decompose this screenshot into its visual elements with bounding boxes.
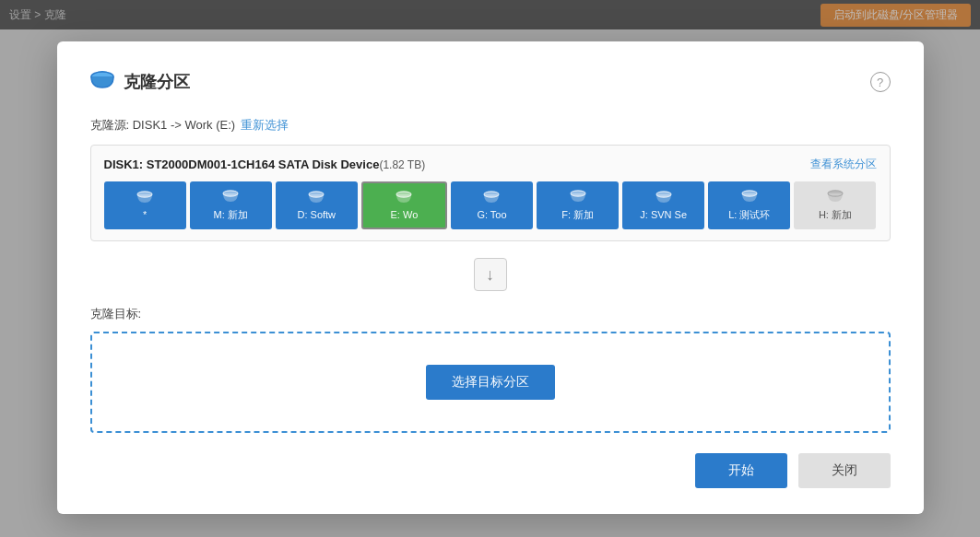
dialog-title: 克隆分区: [124, 71, 190, 93]
close-button[interactable]: 关闭: [798, 453, 891, 488]
disk-icon: [827, 190, 844, 206]
partition-item-0[interactable]: *: [104, 181, 186, 229]
source-label-row: 克隆源: DISK1 -> Work (E:) 重新选择: [90, 117, 891, 134]
dialog-header: 克隆分区 ?: [90, 67, 891, 97]
partition-item-3[interactable]: E: Wo: [361, 181, 447, 229]
partition-item-1[interactable]: M: 新加: [190, 181, 272, 229]
partition-label: F: 新加: [561, 208, 594, 222]
partition-item-8[interactable]: H: 新加: [794, 181, 876, 229]
partition-label: *: [143, 209, 147, 220]
target-drop-zone[interactable]: 选择目标分区: [90, 332, 891, 433]
disk-icon: [396, 191, 412, 207]
disk-icon: [570, 190, 586, 206]
dialog-footer: 开始 关闭: [90, 453, 891, 488]
disk-info-row: DISK1: ST2000DM001-1CH164 SATA Disk Devi…: [104, 157, 877, 172]
disk-box: DISK1: ST2000DM001-1CH164 SATA Disk Devi…: [90, 145, 891, 241]
disk-icon: [741, 190, 758, 206]
partition-label: E: Wo: [391, 209, 419, 220]
disk-icon: [136, 191, 153, 207]
disk-size: (1.82 TB): [379, 158, 425, 171]
partition-item-5[interactable]: F: 新加: [537, 181, 619, 229]
start-button[interactable]: 开始: [695, 453, 787, 488]
partition-label: J: SVN Se: [640, 209, 687, 220]
partition-label: D: Softw: [297, 209, 336, 220]
partition-item-7[interactable]: L: 测试环: [708, 181, 790, 229]
arrow-box: ↓: [474, 258, 507, 291]
partition-label: M: 新加: [214, 208, 248, 222]
help-button[interactable]: ?: [870, 72, 891, 92]
disk-icon: [308, 191, 325, 207]
arrow-down: ↓: [90, 258, 891, 291]
clone-partition-dialog: 克隆分区 ? 克隆源: DISK1 -> Work (E:) 重新选择 DISK…: [57, 41, 924, 514]
partition-label: L: 测试环: [728, 208, 770, 222]
select-target-button[interactable]: 选择目标分区: [426, 365, 555, 400]
partitions-row: * M: 新加 D: Softw E: Wo G: Too F: 新加 J: S…: [104, 181, 877, 229]
partition-item-6[interactable]: J: SVN Se: [622, 181, 704, 229]
disk-name: DISK1: ST2000DM001-1CH164 SATA Disk Devi…: [104, 158, 426, 171]
down-arrow-icon: ↓: [486, 265, 494, 285]
dialog-title-row: 克隆分区: [90, 67, 190, 97]
disk-icon: [655, 191, 672, 207]
dialog-icon: [90, 67, 114, 97]
reselect-link[interactable]: 重新选择: [241, 117, 289, 134]
partition-item-4[interactable]: G: Too: [451, 181, 533, 229]
disk-icon: [483, 191, 500, 207]
disk-icon: [222, 190, 239, 206]
view-sys-partitions-link[interactable]: 查看系统分区: [810, 157, 877, 172]
target-label: 克隆目标:: [90, 306, 891, 322]
partition-item-2[interactable]: D: Softw: [276, 181, 358, 229]
source-text: 克隆源: DISK1 -> Work (E:): [90, 117, 236, 134]
partition-label: H: 新加: [819, 208, 852, 222]
partition-label: G: Too: [477, 209, 506, 220]
